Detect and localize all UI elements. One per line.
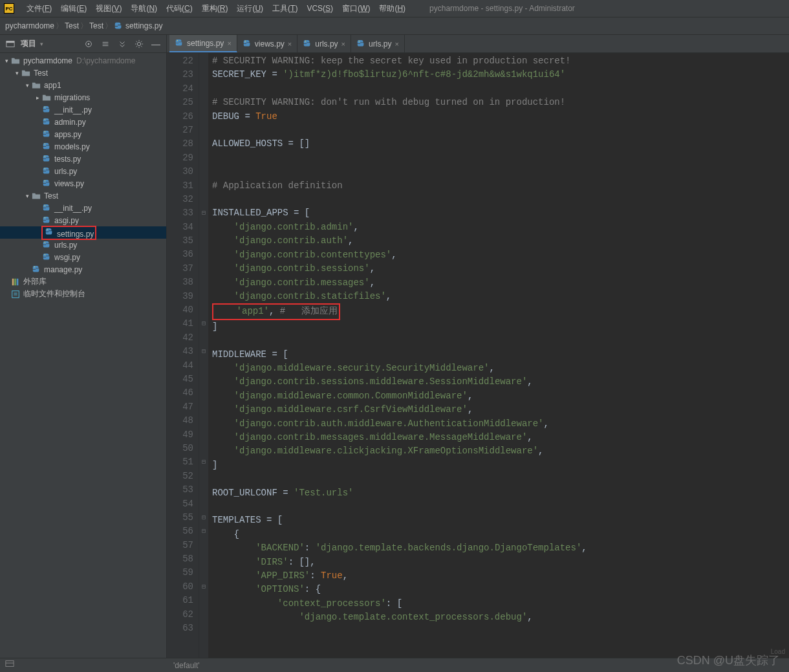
line-number[interactable]: 32 bbox=[167, 193, 193, 206]
code-area[interactable]: # SECURITY WARNING: keep the secret key … bbox=[208, 53, 789, 658]
tab-settings.py-0[interactable]: settings.py× bbox=[169, 35, 237, 52]
code-line[interactable]: MIDDLEWARE = [ bbox=[212, 348, 785, 362]
code-line[interactable]: ALLOWED_HOSTS = [] bbox=[212, 137, 785, 151]
code-line[interactable]: 'django.contrib.contenttypes', bbox=[212, 248, 785, 262]
code-line[interactable]: 'django.contrib.messages', bbox=[212, 276, 785, 290]
tab-urls.py-2[interactable]: urls.py× bbox=[297, 35, 351, 52]
line-number[interactable]: 33 bbox=[167, 206, 193, 220]
line-number[interactable]: 50 bbox=[167, 442, 193, 455]
line-number[interactable]: 27 bbox=[167, 124, 193, 137]
tree-item-__init__.py[interactable]: __init__.py bbox=[0, 202, 166, 214]
tree-arrow-icon[interactable]: ▾ bbox=[23, 193, 31, 199]
code-line[interactable]: 'django.contrib.sessions', bbox=[212, 262, 785, 276]
code-line[interactable] bbox=[212, 193, 785, 206]
menu-重构[interactable]: 重构(R) bbox=[197, 4, 233, 13]
tree-item-apps.py[interactable]: apps.py bbox=[0, 128, 166, 140]
crumb-0[interactable]: pycharmdome bbox=[5, 21, 54, 30]
code-line[interactable]: { bbox=[212, 528, 785, 541]
code-line[interactable]: 'django.contrib.auth.middleware.Authenti… bbox=[212, 417, 785, 431]
tree-item-Test[interactable]: ▾Test bbox=[0, 67, 166, 79]
tree-item-views.py[interactable]: views.py bbox=[0, 177, 166, 190]
code-line[interactable]: ROOT_URLCONF = 'Test.urls' bbox=[212, 486, 785, 500]
code-line[interactable] bbox=[212, 82, 785, 96]
tab-views.py-1[interactable]: views.py× bbox=[237, 35, 297, 52]
line-number[interactable]: 26 bbox=[167, 110, 193, 124]
code-line[interactable]: 'django.template.context_processors.debu… bbox=[212, 611, 785, 624]
line-number[interactable]: 37 bbox=[167, 262, 193, 276]
tree-arrow-icon[interactable]: ▾ bbox=[3, 58, 10, 64]
fold-gutter[interactable]: ⊟⊟⊟⊟⊟⊟⊟ bbox=[199, 53, 208, 658]
line-number[interactable]: 36 bbox=[167, 248, 193, 261]
line-number[interactable]: 34 bbox=[167, 221, 193, 234]
line-number[interactable]: 23 bbox=[167, 68, 193, 81]
line-number[interactable]: 61 bbox=[167, 594, 193, 607]
line-number[interactable]: 42 bbox=[167, 331, 193, 345]
tree-item-外部库[interactable]: 外部库 bbox=[0, 276, 166, 288]
line-number[interactable]: 28 bbox=[167, 137, 193, 151]
line-number[interactable]: 58 bbox=[167, 552, 193, 566]
line-number[interactable]: 63 bbox=[167, 622, 193, 635]
line-number[interactable]: 60 bbox=[167, 580, 193, 594]
code-line[interactable]: 'APP_DIRS': True, bbox=[212, 569, 785, 583]
line-number[interactable]: 54 bbox=[167, 497, 193, 511]
line-number[interactable]: 48 bbox=[167, 414, 193, 428]
crumb-1[interactable]: Test bbox=[65, 21, 79, 30]
code-line[interactable]: ] bbox=[212, 459, 785, 472]
tree-item-临时文件和控制台[interactable]: 临时文件和控制台 bbox=[0, 288, 166, 300]
tree-item-Test[interactable]: ▾Test bbox=[0, 190, 166, 202]
line-number[interactable]: 51 bbox=[167, 455, 193, 469]
project-tree[interactable]: ▾pycharmdomeD:\pycharmdome▾Test▾app1▸mig… bbox=[0, 53, 166, 658]
line-number[interactable]: 41 bbox=[167, 317, 193, 331]
fold-toggle-icon[interactable]: ⊟ bbox=[199, 317, 208, 331]
tree-item-admin.py[interactable]: admin.py bbox=[0, 116, 166, 128]
statusbar-icon[interactable] bbox=[5, 659, 14, 670]
code-line[interactable]: 'django.middleware.clickjacking.XFrameOp… bbox=[212, 444, 785, 458]
code-line[interactable]: 'OPTIONS': { bbox=[212, 583, 785, 596]
tree-item-urls.py[interactable]: urls.py bbox=[0, 165, 166, 177]
code-line[interactable]: 'django.contrib.admin', bbox=[212, 221, 785, 234]
collapse-all-icon[interactable] bbox=[116, 38, 129, 50]
dropdown-arrow-icon[interactable]: ▾ bbox=[40, 41, 43, 47]
code-line[interactable]: 'django.middleware.csrf.CsrfViewMiddlewa… bbox=[212, 403, 785, 417]
code-line[interactable]: 'context_processors': [ bbox=[212, 597, 785, 611]
line-number[interactable]: 46 bbox=[167, 386, 193, 400]
tree-item-urls.py[interactable]: urls.py bbox=[0, 239, 166, 251]
code-line[interactable]: 'django.contrib.messages.middleware.Mess… bbox=[212, 431, 785, 444]
line-number[interactable]: 40 bbox=[167, 303, 193, 317]
code-line[interactable] bbox=[212, 151, 785, 165]
code-line[interactable]: # SECURITY WARNING: don't run with debug… bbox=[212, 96, 785, 109]
fold-toggle-icon[interactable]: ⊟ bbox=[199, 511, 208, 525]
code-line[interactable]: DEBUG = True bbox=[212, 110, 785, 124]
line-number[interactable]: 55 bbox=[167, 511, 193, 525]
code-line[interactable] bbox=[212, 625, 785, 638]
line-number[interactable]: 47 bbox=[167, 400, 193, 414]
menu-工具[interactable]: 工具(T) bbox=[268, 4, 302, 13]
code-line[interactable] bbox=[212, 165, 785, 179]
line-gutter[interactable]: 2223242526272829303132333435363738394041… bbox=[167, 53, 199, 658]
close-icon[interactable]: × bbox=[288, 40, 292, 48]
line-number[interactable]: 39 bbox=[167, 290, 193, 303]
tree-item-tests.py[interactable]: tests.py bbox=[0, 153, 166, 165]
line-number[interactable]: 45 bbox=[167, 373, 193, 386]
crumb-3[interactable]: settings.py bbox=[114, 21, 162, 30]
line-number[interactable]: 29 bbox=[167, 151, 193, 165]
code-line[interactable]: SECRET_KEY = ')itmf*z)d!fbo$lirtuz)6^nft… bbox=[212, 68, 785, 81]
menu-导航[interactable]: 导航(N) bbox=[126, 4, 162, 13]
tree-item-wsgi.py[interactable]: wsgi.py bbox=[0, 251, 166, 263]
code-line[interactable]: ] bbox=[212, 320, 785, 334]
locate-icon[interactable] bbox=[82, 38, 95, 50]
code-line[interactable] bbox=[212, 334, 785, 347]
menu-文件[interactable]: 文件(F) bbox=[22, 4, 56, 13]
code-line[interactable]: 'django.contrib.auth', bbox=[212, 234, 785, 248]
fold-toggle-icon[interactable]: ⊟ bbox=[199, 206, 208, 220]
code-line[interactable]: 'BACKEND': 'django.template.backends.dja… bbox=[212, 541, 785, 555]
code-line[interactable]: TEMPLATES = [ bbox=[212, 514, 785, 527]
line-number[interactable]: 30 bbox=[167, 165, 193, 179]
menu-编辑[interactable]: 编辑(E) bbox=[56, 4, 91, 13]
tree-item-manage.py[interactable]: manage.py bbox=[0, 263, 166, 276]
code-line[interactable]: # Application definition bbox=[212, 179, 785, 193]
code-line[interactable]: 'django.contrib.sessions.middleware.Sess… bbox=[212, 375, 785, 389]
close-icon[interactable]: × bbox=[394, 40, 398, 48]
tree-item-pycharmdome[interactable]: ▾pycharmdomeD:\pycharmdome bbox=[0, 54, 166, 67]
menu-代码[interactable]: 代码(C) bbox=[162, 4, 197, 13]
